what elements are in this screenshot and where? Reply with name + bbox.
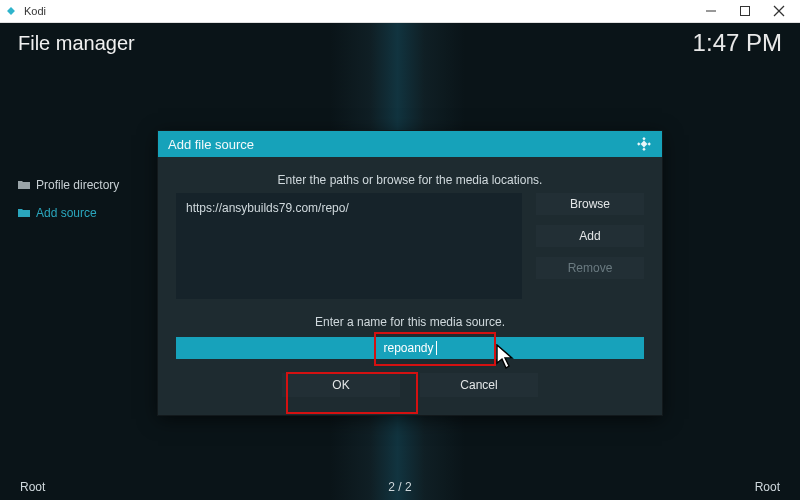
- sidebar-item-label: Add source: [36, 206, 97, 220]
- cancel-button[interactable]: Cancel: [420, 373, 538, 397]
- kodi-header: File manager 1:47 PM: [0, 23, 800, 63]
- footer: Root 2 / 2 Root: [0, 473, 800, 500]
- window-title: Kodi: [24, 5, 46, 17]
- paths-input-value: https://ansybuilds79.com/repo/: [186, 201, 349, 215]
- svg-rect-7: [637, 142, 640, 145]
- sidebar-item-add-source[interactable]: Add source: [18, 199, 158, 227]
- sidebar-item-profile-directory[interactable]: Profile directory: [18, 171, 158, 199]
- ok-button-label: OK: [332, 378, 349, 392]
- file-list: Profile directory Add source: [18, 171, 158, 227]
- kodi-logo-icon: [636, 136, 652, 152]
- window-minimize-button[interactable]: [694, 0, 728, 22]
- paths-input[interactable]: https://ansybuilds79.com/repo/: [176, 193, 522, 299]
- footer-left: Root: [20, 480, 45, 494]
- folder-icon: [18, 208, 30, 218]
- cancel-button-label: Cancel: [460, 378, 497, 392]
- add-button-label: Add: [579, 229, 600, 243]
- source-name-input[interactable]: repoandy: [176, 337, 644, 359]
- source-name-value: repoandy: [383, 341, 433, 355]
- remove-button-label: Remove: [568, 261, 613, 275]
- svg-rect-9: [641, 141, 648, 148]
- sidebar-item-label: Profile directory: [36, 178, 119, 192]
- add-button[interactable]: Add: [536, 225, 644, 247]
- svg-rect-2: [741, 7, 750, 16]
- svg-rect-5: [642, 137, 645, 140]
- text-caret: [436, 341, 437, 355]
- clock: 1:47 PM: [693, 29, 782, 57]
- browse-button-label: Browse: [570, 197, 610, 211]
- footer-position: 2 / 2: [388, 480, 411, 494]
- kodi-logo-icon: [4, 4, 18, 18]
- paths-instruction: Enter the paths or browse for the media …: [176, 167, 644, 193]
- dialog-body: Enter the paths or browse for the media …: [158, 157, 662, 415]
- window-close-button[interactable]: [762, 0, 796, 22]
- dialog-title: Add file source: [168, 137, 254, 152]
- svg-rect-0: [7, 7, 15, 15]
- browse-button[interactable]: Browse: [536, 193, 644, 215]
- svg-rect-8: [648, 142, 651, 145]
- footer-right: Root: [755, 480, 780, 494]
- add-file-source-dialog: Add file source Enter the paths or brows…: [158, 131, 662, 415]
- dialog-header: Add file source: [158, 131, 662, 157]
- page-title: File manager: [18, 32, 135, 55]
- window-maximize-button[interactable]: [728, 0, 762, 22]
- ok-button[interactable]: OK: [282, 373, 400, 397]
- name-instruction: Enter a name for this media source.: [176, 315, 644, 329]
- remove-button[interactable]: Remove: [536, 257, 644, 279]
- svg-rect-6: [642, 148, 645, 151]
- kodi-app: File manager 1:47 PM Profile directory A…: [0, 23, 800, 500]
- window-titlebar: Kodi: [0, 0, 800, 23]
- folder-icon: [18, 180, 30, 190]
